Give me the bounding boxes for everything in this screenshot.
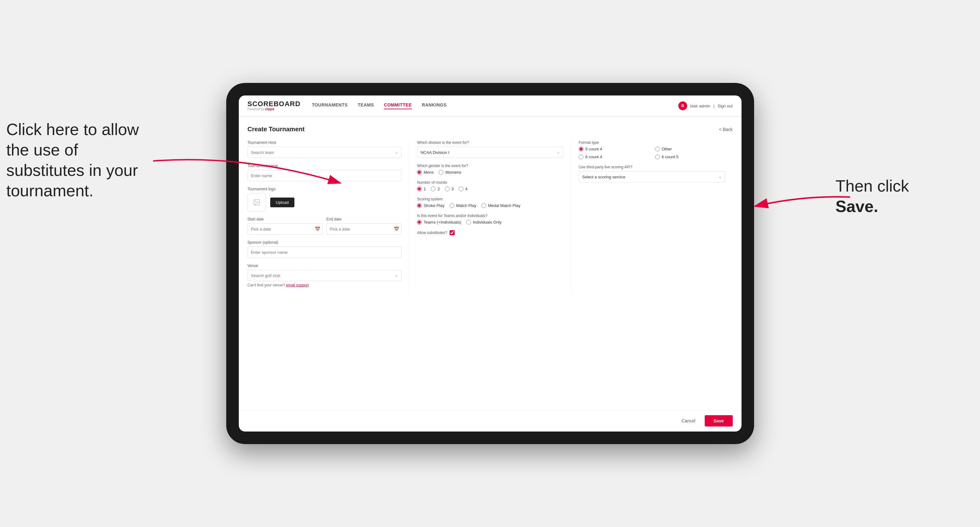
gender-label: Which gender is the event for? (417, 163, 563, 168)
rounds-4-label: 4 (465, 187, 468, 191)
back-link[interactable]: Back (719, 127, 732, 132)
format-6count4-label: 6 count 4 (585, 154, 602, 159)
format-type-label: Format type (579, 140, 725, 145)
format-type-group: Format type 5 count 4 Other (579, 140, 725, 159)
end-date-icon: 📅 (394, 227, 399, 232)
upload-button[interactable]: Upload (270, 198, 294, 207)
gender-mens-label: Mens (423, 170, 434, 175)
substitutes-option: Allow substitutes? (417, 230, 563, 235)
division-select[interactable]: NCAA Division I (417, 147, 563, 158)
gender-womens[interactable]: Womens (439, 170, 461, 175)
end-date-group: End date 📅 (326, 217, 402, 235)
venue-group: Venue Can't find your venue? email suppo… (248, 264, 402, 287)
scoring-match-radio[interactable] (450, 203, 454, 208)
event-type-label: Is this event for Teams and/or Individua… (417, 214, 563, 218)
format-6count4-radio[interactable] (579, 154, 584, 159)
save-button[interactable]: Save (705, 415, 733, 427)
scoring-match[interactable]: Match Play (450, 203, 476, 208)
format-5count4-label: 5 count 4 (585, 147, 602, 151)
page-footer: Cancel Save (239, 410, 741, 432)
rounds-1[interactable]: 1 (417, 187, 426, 191)
gender-mens[interactable]: Mens (417, 170, 434, 175)
event-teams[interactable]: Teams (+Individuals) (417, 220, 461, 225)
gender-mens-radio[interactable] (417, 170, 422, 175)
form-column-2: Which division is the event for? NCAA Di… (409, 140, 571, 293)
tablet-screen: SCOREBOARD Powered by clippd TOURNAMENTS… (239, 95, 741, 432)
logo-upload-area: Upload (248, 193, 402, 211)
rounds-4[interactable]: 4 (459, 187, 468, 191)
user-label: blair admin (690, 104, 710, 108)
venue-input-wrapper (248, 270, 402, 281)
user-avatar: B (678, 102, 687, 110)
start-date-label: Start date (248, 217, 323, 221)
scoring-medal-label: Medal Match Play (488, 203, 520, 208)
scoring-api-label: Use third-party live scoring API? (579, 165, 725, 169)
division-wrapper: NCAA Division I (417, 147, 563, 158)
scoring-stroke-radio[interactable] (417, 203, 422, 208)
format-6count5[interactable]: 6 count 5 (655, 154, 725, 159)
nav-rankings[interactable]: RANKINGS (422, 102, 447, 109)
start-date-icon: 📅 (315, 227, 320, 232)
signout-link[interactable]: Sign out (718, 104, 733, 108)
event-type-group: Is this event for Teams and/or Individua… (417, 214, 563, 225)
scoring-api-select[interactable]: Select a scoring service (579, 171, 725, 183)
format-6count4[interactable]: 6 count 4 (579, 154, 649, 159)
svg-point-1 (255, 201, 256, 202)
scoring-system-group: Scoring system Stroke Play Match Play (417, 197, 563, 208)
rounds-3-label: 3 (452, 187, 454, 191)
start-date-input[interactable] (248, 223, 323, 235)
tournament-host-label: Tournament Host (248, 140, 402, 145)
rounds-4-radio[interactable] (459, 187, 463, 191)
logo-placeholder (248, 193, 266, 211)
format-6count5-radio[interactable] (655, 154, 660, 159)
venue-label: Venue (248, 264, 402, 268)
sponsor-input[interactable] (248, 246, 402, 258)
gender-womens-radio[interactable] (439, 170, 443, 175)
format-5count4[interactable]: 5 count 4 (579, 147, 649, 151)
separator: | (713, 104, 714, 108)
rounds-1-radio[interactable] (417, 187, 422, 191)
scoring-api-group: Use third-party live scoring API? Select… (579, 165, 725, 183)
rounds-3[interactable]: 3 (445, 187, 454, 191)
format-6count5-label: 6 count 5 (662, 154, 679, 159)
format-other[interactable]: Other (655, 147, 725, 151)
venue-hint: Can't find your venue? email support (248, 283, 402, 287)
end-date-label: End date (326, 217, 402, 221)
rounds-radio-group: 1 2 3 4 (417, 187, 563, 191)
rounds-2[interactable]: 2 (431, 187, 439, 191)
start-date-group: Start date 📅 (248, 217, 323, 235)
rounds-2-radio[interactable] (431, 187, 436, 191)
event-individuals-radio[interactable] (466, 220, 471, 225)
nav-tournaments[interactable]: TOURNAMENTS (312, 102, 347, 109)
substitutes-checkbox[interactable] (450, 230, 455, 235)
scoring-system-label: Scoring system (417, 197, 563, 201)
gender-womens-label: Womens (445, 170, 461, 175)
sponsor-group: Sponsor (optional) (248, 240, 402, 258)
end-date-wrapper: 📅 (326, 223, 402, 235)
scoring-api-wrapper: Select a scoring service (579, 171, 725, 183)
sponsor-label: Sponsor (optional) (248, 240, 402, 244)
scoring-stroke[interactable]: Stroke Play (417, 203, 444, 208)
format-other-radio[interactable] (655, 147, 660, 151)
form-column-3: Format type 5 count 4 Other (571, 140, 733, 293)
nav-committee[interactable]: COMMITTEE (384, 102, 412, 109)
date-row: Start date 📅 End date 📅 (248, 217, 402, 235)
event-individuals[interactable]: Individuals Only (466, 220, 502, 225)
scoring-system-radio-group: Stroke Play Match Play Medal Match Play (417, 203, 563, 208)
substitutes-group: Allow substitutes? (417, 230, 563, 235)
venue-email-link[interactable]: email support (286, 283, 309, 287)
venue-input[interactable] (248, 270, 402, 281)
rounds-3-radio[interactable] (445, 187, 450, 191)
rounds-label: Number of rounds (417, 180, 563, 185)
cancel-button[interactable]: Cancel (676, 416, 700, 426)
end-date-input[interactable] (326, 223, 402, 235)
nav-teams[interactable]: TEAMS (358, 102, 374, 109)
division-group: Which division is the event for? NCAA Di… (417, 140, 563, 158)
navbar: SCOREBOARD Powered by clippd TOURNAMENTS… (239, 95, 741, 117)
scoring-medal-radio[interactable] (481, 203, 486, 208)
scoring-medal[interactable]: Medal Match Play (481, 203, 520, 208)
page-title: Create Tournament (248, 125, 305, 133)
event-teams-radio[interactable] (417, 220, 422, 225)
scoring-stroke-label: Stroke Play (423, 203, 444, 208)
format-5count4-radio[interactable] (579, 147, 584, 151)
